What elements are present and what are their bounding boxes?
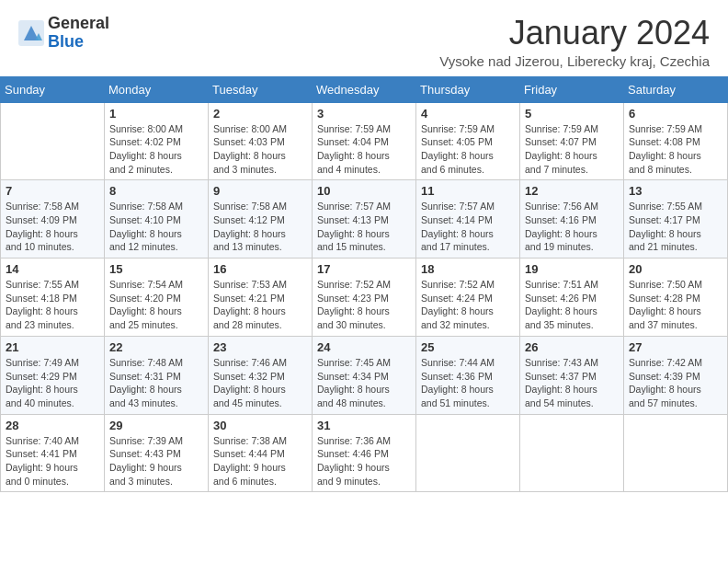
- day-info: Sunrise: 7:56 AM Sunset: 4:16 PM Dayligh…: [525, 200, 619, 254]
- day-info: Sunrise: 7:43 AM Sunset: 4:37 PM Dayligh…: [525, 356, 619, 410]
- day-info: Sunrise: 7:52 AM Sunset: 4:24 PM Dayligh…: [421, 278, 515, 332]
- logo-general: General: [48, 15, 109, 33]
- day-info: Sunrise: 7:42 AM Sunset: 4:39 PM Dayligh…: [629, 356, 722, 410]
- calendar-cell: 14Sunrise: 7:55 AM Sunset: 4:18 PM Dayli…: [1, 259, 105, 337]
- day-number: 5: [525, 107, 619, 121]
- day-number: 31: [317, 419, 411, 432]
- day-info: Sunrise: 7:44 AM Sunset: 4:36 PM Dayligh…: [421, 356, 515, 410]
- weekday-header-row: SundayMondayTuesdayWednesdayThursdayFrid…: [1, 76, 728, 102]
- day-info: Sunrise: 7:46 AM Sunset: 4:32 PM Dayligh…: [213, 356, 307, 410]
- calendar-cell: 17Sunrise: 7:52 AM Sunset: 4:23 PM Dayli…: [313, 259, 416, 337]
- day-number: 2: [213, 107, 307, 121]
- calendar-cell: 18Sunrise: 7:52 AM Sunset: 4:24 PM Dayli…: [416, 259, 520, 337]
- calendar-cell: 20Sunrise: 7:50 AM Sunset: 4:28 PM Dayli…: [624, 259, 728, 337]
- day-number: 9: [213, 184, 307, 198]
- day-info: Sunrise: 8:00 AM Sunset: 4:02 PM Dayligh…: [109, 122, 203, 177]
- calendar-cell: 16Sunrise: 7:53 AM Sunset: 4:21 PM Dayli…: [209, 259, 313, 337]
- weekday-header-monday: Monday: [105, 76, 209, 102]
- day-number: 22: [109, 340, 203, 354]
- day-number: 11: [421, 184, 515, 198]
- weekday-header-wednesday: Wednesday: [313, 76, 416, 102]
- calendar-cell: [624, 414, 728, 492]
- calendar-cell: 1Sunrise: 8:00 AM Sunset: 4:02 PM Daylig…: [105, 102, 209, 180]
- calendar-cell: 4Sunrise: 7:59 AM Sunset: 4:05 PM Daylig…: [416, 102, 520, 180]
- day-number: 8: [109, 184, 203, 198]
- week-row-2: 7Sunrise: 7:58 AM Sunset: 4:09 PM Daylig…: [1, 180, 728, 259]
- calendar-cell: 27Sunrise: 7:42 AM Sunset: 4:39 PM Dayli…: [624, 336, 728, 414]
- day-number: 28: [6, 419, 99, 432]
- calendar-cell: 2Sunrise: 8:00 AM Sunset: 4:03 PM Daylig…: [209, 102, 313, 180]
- calendar-cell: 26Sunrise: 7:43 AM Sunset: 4:37 PM Dayli…: [520, 336, 624, 414]
- calendar-cell: 22Sunrise: 7:48 AM Sunset: 4:31 PM Dayli…: [105, 336, 209, 414]
- day-info: Sunrise: 7:38 AM Sunset: 4:44 PM Dayligh…: [213, 434, 307, 488]
- day-info: Sunrise: 7:58 AM Sunset: 4:12 PM Dayligh…: [213, 200, 307, 254]
- calendar-cell: [520, 414, 624, 492]
- day-number: 6: [629, 107, 722, 121]
- day-info: Sunrise: 7:59 AM Sunset: 4:07 PM Dayligh…: [525, 122, 619, 177]
- calendar-cell: 30Sunrise: 7:38 AM Sunset: 4:44 PM Dayli…: [209, 414, 313, 492]
- day-info: Sunrise: 7:53 AM Sunset: 4:21 PM Dayligh…: [213, 278, 307, 332]
- logo-blue: Blue: [48, 33, 109, 52]
- day-number: 17: [317, 262, 411, 276]
- calendar-cell: 11Sunrise: 7:57 AM Sunset: 4:14 PM Dayli…: [416, 180, 520, 259]
- day-info: Sunrise: 7:57 AM Sunset: 4:14 PM Dayligh…: [421, 200, 515, 254]
- calendar-cell: 24Sunrise: 7:45 AM Sunset: 4:34 PM Dayli…: [313, 336, 416, 414]
- day-info: Sunrise: 7:59 AM Sunset: 4:04 PM Dayligh…: [317, 122, 411, 177]
- calendar-cell: 28Sunrise: 7:40 AM Sunset: 4:41 PM Dayli…: [1, 414, 105, 492]
- day-number: 18: [421, 262, 515, 276]
- weekday-header-tuesday: Tuesday: [209, 76, 313, 102]
- title-block: January 2024 Vysoke nad Jizerou, Liberec…: [439, 15, 710, 69]
- day-number: 20: [629, 262, 722, 276]
- day-info: Sunrise: 7:59 AM Sunset: 4:05 PM Dayligh…: [421, 122, 515, 177]
- day-number: 24: [317, 340, 411, 354]
- week-row-4: 21Sunrise: 7:49 AM Sunset: 4:29 PM Dayli…: [1, 336, 728, 414]
- day-info: Sunrise: 7:36 AM Sunset: 4:46 PM Dayligh…: [317, 434, 411, 488]
- day-number: 13: [629, 184, 722, 198]
- day-info: Sunrise: 7:50 AM Sunset: 4:28 PM Dayligh…: [629, 278, 722, 332]
- day-number: 21: [6, 340, 99, 354]
- weekday-header-saturday: Saturday: [624, 76, 728, 102]
- day-info: Sunrise: 8:00 AM Sunset: 4:03 PM Dayligh…: [213, 122, 307, 177]
- weekday-header-friday: Friday: [520, 76, 624, 102]
- calendar-cell: 8Sunrise: 7:58 AM Sunset: 4:10 PM Daylig…: [105, 180, 209, 259]
- day-number: 25: [421, 340, 515, 354]
- calendar-cell: [416, 414, 520, 492]
- day-info: Sunrise: 7:39 AM Sunset: 4:43 PM Dayligh…: [109, 434, 203, 488]
- day-info: Sunrise: 7:48 AM Sunset: 4:31 PM Dayligh…: [109, 356, 203, 410]
- calendar-cell: 29Sunrise: 7:39 AM Sunset: 4:43 PM Dayli…: [105, 414, 209, 492]
- weekday-header-thursday: Thursday: [416, 76, 520, 102]
- week-row-5: 28Sunrise: 7:40 AM Sunset: 4:41 PM Dayli…: [1, 414, 728, 492]
- subtitle: Vysoke nad Jizerou, Liberecky kraj, Czec…: [439, 53, 710, 69]
- day-info: Sunrise: 7:54 AM Sunset: 4:20 PM Dayligh…: [109, 278, 203, 332]
- day-number: 15: [109, 262, 203, 276]
- logo-icon: [18, 20, 44, 46]
- day-number: 12: [525, 184, 619, 198]
- day-info: Sunrise: 7:45 AM Sunset: 4:34 PM Dayligh…: [317, 356, 411, 410]
- calendar-cell: 21Sunrise: 7:49 AM Sunset: 4:29 PM Dayli…: [1, 336, 105, 414]
- day-info: Sunrise: 7:55 AM Sunset: 4:18 PM Dayligh…: [6, 278, 99, 332]
- day-info: Sunrise: 7:55 AM Sunset: 4:17 PM Dayligh…: [629, 200, 722, 254]
- weekday-header-sunday: Sunday: [1, 76, 105, 102]
- day-info: Sunrise: 7:58 AM Sunset: 4:10 PM Dayligh…: [109, 200, 203, 254]
- day-info: Sunrise: 7:49 AM Sunset: 4:29 PM Dayligh…: [6, 356, 99, 410]
- calendar-cell: 5Sunrise: 7:59 AM Sunset: 4:07 PM Daylig…: [520, 102, 624, 180]
- week-row-1: 1Sunrise: 8:00 AM Sunset: 4:02 PM Daylig…: [1, 102, 728, 180]
- calendar-cell: 3Sunrise: 7:59 AM Sunset: 4:04 PM Daylig…: [313, 102, 416, 180]
- day-number: 23: [213, 340, 307, 354]
- month-title: January 2024: [439, 15, 710, 52]
- day-number: 4: [421, 107, 515, 121]
- calendar-cell: 31Sunrise: 7:36 AM Sunset: 4:46 PM Dayli…: [313, 414, 416, 492]
- calendar-cell: [1, 102, 105, 180]
- calendar-cell: 7Sunrise: 7:58 AM Sunset: 4:09 PM Daylig…: [1, 180, 105, 259]
- calendar-table: SundayMondayTuesdayWednesdayThursdayFrid…: [0, 76, 728, 493]
- day-number: 7: [6, 184, 99, 198]
- day-info: Sunrise: 7:58 AM Sunset: 4:09 PM Dayligh…: [6, 200, 99, 254]
- week-row-3: 14Sunrise: 7:55 AM Sunset: 4:18 PM Dayli…: [1, 259, 728, 337]
- day-number: 30: [213, 419, 307, 432]
- day-number: 27: [629, 340, 722, 354]
- day-info: Sunrise: 7:52 AM Sunset: 4:23 PM Dayligh…: [317, 278, 411, 332]
- calendar-cell: 10Sunrise: 7:57 AM Sunset: 4:13 PM Dayli…: [313, 180, 416, 259]
- day-number: 19: [525, 262, 619, 276]
- calendar-cell: 12Sunrise: 7:56 AM Sunset: 4:16 PM Dayli…: [520, 180, 624, 259]
- calendar-cell: 13Sunrise: 7:55 AM Sunset: 4:17 PM Dayli…: [624, 180, 728, 259]
